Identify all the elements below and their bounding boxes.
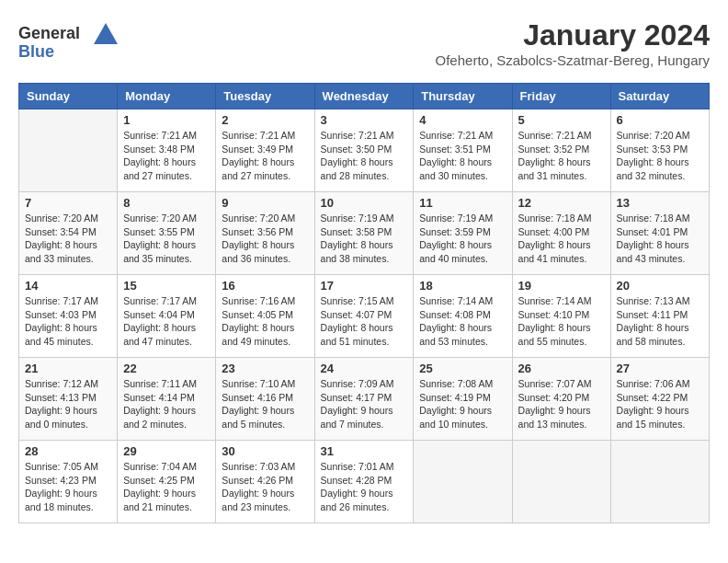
day-number: 9 xyxy=(222,196,308,210)
calendar-cell: 7Sunrise: 7:20 AMSunset: 3:54 PMDaylight… xyxy=(19,192,118,275)
day-info: Sunrise: 7:19 AMSunset: 3:59 PMDaylight:… xyxy=(419,212,506,266)
day-info: Sunrise: 7:09 AMSunset: 4:17 PMDaylight:… xyxy=(321,377,408,431)
day-info: Sunrise: 7:17 AMSunset: 4:04 PMDaylight:… xyxy=(123,294,210,349)
day-number: 29 xyxy=(123,444,210,458)
day-info: Sunrise: 7:21 AMSunset: 3:49 PMDaylight:… xyxy=(222,129,308,183)
calendar-cell: 25Sunrise: 7:08 AMSunset: 4:19 PMDayligh… xyxy=(414,358,512,441)
logo-svg: General Blue xyxy=(18,18,119,63)
calendar-cell: 4Sunrise: 7:21 AMSunset: 3:51 PMDaylight… xyxy=(414,109,512,192)
calendar-cell: 18Sunrise: 7:14 AMSunset: 4:08 PMDayligh… xyxy=(414,275,512,358)
calendar-cell: 3Sunrise: 7:21 AMSunset: 3:50 PMDaylight… xyxy=(314,109,414,192)
day-info: Sunrise: 7:17 AMSunset: 4:03 PMDaylight:… xyxy=(25,294,111,349)
day-number: 10 xyxy=(321,196,408,210)
day-number: 24 xyxy=(321,362,408,375)
day-number: 4 xyxy=(419,113,506,127)
day-number: 30 xyxy=(222,444,308,458)
day-info: Sunrise: 7:04 AMSunset: 4:25 PMDaylight:… xyxy=(123,460,210,514)
calendar-cell: 22Sunrise: 7:11 AMSunset: 4:14 PMDayligh… xyxy=(118,358,216,441)
calendar-cell: 29Sunrise: 7:04 AMSunset: 4:25 PMDayligh… xyxy=(118,441,216,523)
calendar-cell: 16Sunrise: 7:16 AMSunset: 4:05 PMDayligh… xyxy=(216,275,314,358)
calendar-cell: 28Sunrise: 7:05 AMSunset: 4:23 PMDayligh… xyxy=(19,441,118,523)
calendar-cell xyxy=(610,441,709,523)
day-header-monday: Monday xyxy=(118,84,216,109)
day-info: Sunrise: 7:21 AMSunset: 3:48 PMDaylight:… xyxy=(123,129,210,183)
calendar-cell: 24Sunrise: 7:09 AMSunset: 4:17 PMDayligh… xyxy=(314,358,414,441)
day-header-saturday: Saturday xyxy=(610,84,709,109)
day-info: Sunrise: 7:11 AMSunset: 4:14 PMDaylight:… xyxy=(123,377,210,431)
day-number: 1 xyxy=(123,113,210,127)
calendar-cell: 5Sunrise: 7:21 AMSunset: 3:52 PMDaylight… xyxy=(512,109,610,192)
day-number: 14 xyxy=(25,279,111,293)
calendar-cell: 6Sunrise: 7:20 AMSunset: 3:53 PMDaylight… xyxy=(610,109,709,192)
day-header-friday: Friday xyxy=(512,84,610,109)
day-info: Sunrise: 7:21 AMSunset: 3:52 PMDaylight:… xyxy=(518,129,605,183)
calendar-cell: 27Sunrise: 7:06 AMSunset: 4:22 PMDayligh… xyxy=(610,358,709,441)
day-info: Sunrise: 7:05 AMSunset: 4:23 PMDaylight:… xyxy=(25,460,111,514)
calendar-cell: 9Sunrise: 7:20 AMSunset: 3:56 PMDaylight… xyxy=(216,192,314,275)
title-block: January 2024 Ofeherto, Szabolcs-Szatmar-… xyxy=(436,18,710,68)
day-info: Sunrise: 7:14 AMSunset: 4:08 PMDaylight:… xyxy=(419,294,506,349)
day-number: 21 xyxy=(25,362,111,375)
day-info: Sunrise: 7:01 AMSunset: 4:28 PMDaylight:… xyxy=(321,460,408,514)
calendar-cell: 1Sunrise: 7:21 AMSunset: 3:48 PMDaylight… xyxy=(118,109,216,192)
calendar-cell: 21Sunrise: 7:12 AMSunset: 4:13 PMDayligh… xyxy=(19,358,118,441)
day-number: 17 xyxy=(321,279,408,293)
day-number: 20 xyxy=(617,279,703,293)
day-header-sunday: Sunday xyxy=(19,84,118,109)
day-info: Sunrise: 7:07 AMSunset: 4:20 PMDaylight:… xyxy=(518,377,605,431)
day-number: 16 xyxy=(222,279,308,293)
location-subtitle: Ofeherto, Szabolcs-Szatmar-Bereg, Hungar… xyxy=(436,52,710,68)
day-number: 5 xyxy=(518,113,605,127)
day-info: Sunrise: 7:18 AMSunset: 4:00 PMDaylight:… xyxy=(518,212,605,266)
svg-marker-2 xyxy=(94,23,118,44)
calendar-cell: 31Sunrise: 7:01 AMSunset: 4:28 PMDayligh… xyxy=(314,441,414,523)
calendar-table: SundayMondayTuesdayWednesdayThursdayFrid… xyxy=(18,83,710,523)
day-number: 27 xyxy=(617,362,703,375)
calendar-cell: 17Sunrise: 7:15 AMSunset: 4:07 PMDayligh… xyxy=(314,275,414,358)
calendar-cell: 13Sunrise: 7:18 AMSunset: 4:01 PMDayligh… xyxy=(610,192,709,275)
day-info: Sunrise: 7:16 AMSunset: 4:05 PMDaylight:… xyxy=(222,294,308,349)
page-header: General Blue January 2024 Ofeherto, Szab… xyxy=(18,18,710,68)
calendar-cell: 10Sunrise: 7:19 AMSunset: 3:58 PMDayligh… xyxy=(314,192,414,275)
calendar-cell: 26Sunrise: 7:07 AMSunset: 4:20 PMDayligh… xyxy=(512,358,610,441)
day-number: 22 xyxy=(123,362,210,375)
day-number: 7 xyxy=(25,196,111,210)
calendar-cell xyxy=(414,441,512,523)
calendar-cell: 19Sunrise: 7:14 AMSunset: 4:10 PMDayligh… xyxy=(512,275,610,358)
day-header-tuesday: Tuesday xyxy=(216,84,314,109)
calendar-cell: 15Sunrise: 7:17 AMSunset: 4:04 PMDayligh… xyxy=(118,275,216,358)
calendar-cell: 11Sunrise: 7:19 AMSunset: 3:59 PMDayligh… xyxy=(414,192,512,275)
calendar-cell xyxy=(512,441,610,523)
calendar-cell: 2Sunrise: 7:21 AMSunset: 3:49 PMDaylight… xyxy=(216,109,314,192)
day-number: 11 xyxy=(419,196,506,210)
day-info: Sunrise: 7:03 AMSunset: 4:26 PMDaylight:… xyxy=(222,460,308,514)
calendar-cell: 8Sunrise: 7:20 AMSunset: 3:55 PMDaylight… xyxy=(118,192,216,275)
day-info: Sunrise: 7:15 AMSunset: 4:07 PMDaylight:… xyxy=(321,294,408,349)
day-number: 2 xyxy=(222,113,308,127)
day-info: Sunrise: 7:19 AMSunset: 3:58 PMDaylight:… xyxy=(321,212,408,266)
day-number: 12 xyxy=(518,196,605,210)
calendar-cell xyxy=(19,109,118,192)
day-info: Sunrise: 7:20 AMSunset: 3:54 PMDaylight:… xyxy=(25,212,111,266)
day-info: Sunrise: 7:20 AMSunset: 3:53 PMDaylight:… xyxy=(617,129,703,183)
day-info: Sunrise: 7:20 AMSunset: 3:56 PMDaylight:… xyxy=(222,212,308,266)
day-info: Sunrise: 7:13 AMSunset: 4:11 PMDaylight:… xyxy=(617,294,703,349)
day-number: 23 xyxy=(222,362,308,375)
day-info: Sunrise: 7:06 AMSunset: 4:22 PMDaylight:… xyxy=(617,377,703,431)
calendar-cell: 23Sunrise: 7:10 AMSunset: 4:16 PMDayligh… xyxy=(216,358,314,441)
day-info: Sunrise: 7:20 AMSunset: 3:55 PMDaylight:… xyxy=(123,212,210,266)
day-number: 31 xyxy=(321,444,408,458)
day-header-thursday: Thursday xyxy=(414,84,512,109)
day-info: Sunrise: 7:12 AMSunset: 4:13 PMDaylight:… xyxy=(25,377,111,431)
day-number: 28 xyxy=(25,444,111,458)
day-info: Sunrise: 7:21 AMSunset: 3:50 PMDaylight:… xyxy=(321,129,408,183)
day-info: Sunrise: 7:14 AMSunset: 4:10 PMDaylight:… xyxy=(518,294,605,349)
day-info: Sunrise: 7:18 AMSunset: 4:01 PMDaylight:… xyxy=(617,212,703,266)
day-number: 19 xyxy=(518,279,605,293)
day-number: 3 xyxy=(321,113,408,127)
day-number: 13 xyxy=(617,196,703,210)
day-info: Sunrise: 7:21 AMSunset: 3:51 PMDaylight:… xyxy=(419,129,506,183)
month-title: January 2024 xyxy=(436,18,710,52)
calendar-cell: 30Sunrise: 7:03 AMSunset: 4:26 PMDayligh… xyxy=(216,441,314,523)
svg-text:General: General xyxy=(18,24,80,42)
